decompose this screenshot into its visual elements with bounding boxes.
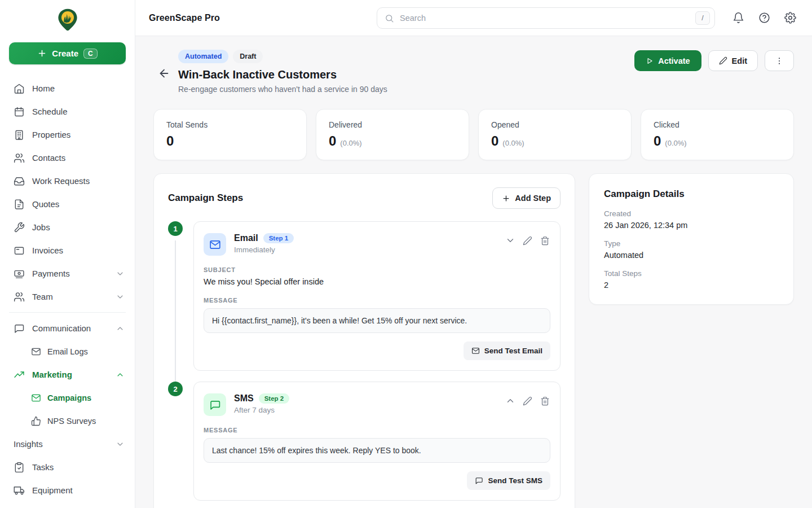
collapse-step-button[interactable] xyxy=(505,235,515,246)
create-label: Create xyxy=(52,49,78,58)
step-badge: Step 1 xyxy=(263,233,294,243)
chevron-up-icon xyxy=(116,324,125,333)
send-test-sms-button[interactable]: Send Test SMS xyxy=(467,471,550,490)
status-badge: Draft xyxy=(233,50,263,63)
edit-button[interactable]: Edit xyxy=(708,50,758,71)
sidebar-item-marketing[interactable]: Marketing xyxy=(0,363,135,386)
truck-icon xyxy=(14,485,25,496)
trash-icon xyxy=(540,396,550,406)
campaign-steps-panel: Campaign Steps Add Step 1 xyxy=(153,173,575,508)
topbar-icons xyxy=(732,12,796,24)
sidebar: Create C Home Schedule Properties Contac… xyxy=(0,0,135,508)
chevron-down-icon xyxy=(505,235,515,246)
activate-label: Activate xyxy=(658,56,690,65)
banknote-icon xyxy=(14,268,25,279)
edit-step-button[interactable] xyxy=(523,235,533,246)
sidebar-item-home[interactable]: Home xyxy=(0,77,135,100)
help-button[interactable] xyxy=(758,12,770,24)
step-title-block: SMS Step 2 After 7 days xyxy=(234,393,289,414)
subject-value: We miss you! Special offer inside xyxy=(204,277,550,286)
sidebar-item-quotes[interactable]: Quotes xyxy=(0,192,135,216)
back-button[interactable] xyxy=(158,67,170,80)
step-number-badge: 1 xyxy=(168,221,183,236)
step-card-header: SMS Step 2 After 7 days xyxy=(204,393,550,416)
detail-label: Created xyxy=(604,209,779,218)
detail-created: Created 26 Jan 2026, 12:34 pm xyxy=(604,209,779,230)
building-icon xyxy=(14,129,25,141)
add-step-button[interactable]: Add Step xyxy=(492,187,561,209)
detail-label: Type xyxy=(604,239,779,248)
step-type-label: Email xyxy=(234,233,258,243)
card-icon xyxy=(14,245,25,256)
inbox-icon xyxy=(14,176,25,187)
sidebar-item-work-requests[interactable]: Work Requests xyxy=(0,169,135,192)
sidebar-item-label: Work Requests xyxy=(32,176,90,186)
detail-value: Automated xyxy=(604,251,779,260)
sidebar-item-jobs[interactable]: Jobs xyxy=(0,216,135,239)
sidebar-item-communication[interactable]: Communication xyxy=(0,317,135,340)
home-icon xyxy=(14,83,25,94)
sms-icon xyxy=(204,393,226,416)
delete-step-button[interactable] xyxy=(540,235,550,246)
search-box[interactable]: / xyxy=(377,7,715,29)
pencil-icon xyxy=(719,56,727,65)
step-card: SMS Step 2 After 7 days MESS xyxy=(193,382,561,501)
sidebar-item-label: Jobs xyxy=(32,222,50,232)
more-options-button[interactable] xyxy=(765,50,794,71)
plus-icon xyxy=(37,49,47,58)
sidebar-item-invoices[interactable]: Invoices xyxy=(0,239,135,262)
sidebar-item-campaigns[interactable]: Campaigns xyxy=(0,386,135,409)
step-timing: Immediately xyxy=(234,246,294,254)
email-message-box[interactable]: Hi {{contact.first_name}}, it's been a w… xyxy=(204,308,550,333)
sidebar-item-label: Tasks xyxy=(32,462,54,472)
search-shortcut-badge: / xyxy=(695,11,710,25)
step-type-label: SMS xyxy=(234,393,254,404)
search-icon xyxy=(385,14,394,23)
steps-panel-title: Campaign Steps xyxy=(168,192,243,204)
stat-label: Delivered xyxy=(329,120,456,129)
chevron-down-icon xyxy=(116,440,125,449)
message-label: MESSAGE xyxy=(204,427,550,433)
sidebar-item-equipment[interactable]: Equipment xyxy=(0,479,135,502)
sidebar-item-nps-surveys[interactable]: NPS Surveys xyxy=(0,409,135,432)
step-actions xyxy=(505,235,550,246)
edit-step-button[interactable] xyxy=(523,396,533,406)
sidebar-item-insights[interactable]: Insights xyxy=(0,432,135,456)
create-button[interactable]: Create C xyxy=(9,42,126,64)
delete-step-button[interactable] xyxy=(540,396,550,406)
step-card: Email Step 1 Immediately SUB xyxy=(193,221,561,371)
sidebar-item-label: Insights xyxy=(14,439,43,449)
stats-row: Total Sends 0 Delivered 0(0.0%) Opened 0… xyxy=(153,109,794,160)
sidebar-item-contacts[interactable]: Contacts xyxy=(0,146,135,169)
sidebar-item-label: Home xyxy=(32,84,55,93)
settings-button[interactable] xyxy=(784,12,796,24)
sidebar-item-pricing[interactable]: Pricing xyxy=(0,502,135,508)
mail-icon xyxy=(471,347,480,355)
main-area: GreenScape Pro / Automated Draft Win-Bac… xyxy=(135,0,812,508)
main-columns: Campaign Steps Add Step 1 xyxy=(153,173,794,508)
sidebar-item-label: Communication xyxy=(32,323,91,333)
search-input[interactable] xyxy=(400,14,690,23)
collapse-step-button[interactable] xyxy=(505,396,515,406)
campaign-step-email: 1 Email Step 1 Immediately xyxy=(168,221,561,371)
notifications-button[interactable] xyxy=(732,12,744,24)
bell-icon xyxy=(732,12,744,24)
badge-row: Automated Draft xyxy=(178,50,387,63)
sidebar-item-properties[interactable]: Properties xyxy=(0,123,135,146)
sidebar-item-tasks[interactable]: Tasks xyxy=(0,456,135,479)
activate-button[interactable]: Activate xyxy=(634,50,701,71)
sidebar-item-team[interactable]: Team xyxy=(0,285,135,308)
sidebar-item-schedule[interactable]: Schedule xyxy=(0,100,135,123)
step-timing: After 7 days xyxy=(234,406,289,414)
chat-icon xyxy=(475,476,483,485)
stat-value: 0 xyxy=(329,133,336,149)
page-title-block: Automated Draft Win-Back Inactive Custom… xyxy=(178,50,387,94)
sms-message-box[interactable]: Last chance! 15% off expires this week. … xyxy=(204,438,550,463)
sidebar-item-label: Quotes xyxy=(32,199,59,209)
page-header: Automated Draft Win-Back Inactive Custom… xyxy=(153,50,794,94)
send-test-email-label: Send Test Email xyxy=(484,347,542,355)
sidebar-item-email-logs[interactable]: Email Logs xyxy=(0,340,135,363)
sidebar-item-payments[interactable]: Payments xyxy=(0,262,135,285)
details-panel-title: Campaign Details xyxy=(604,189,779,200)
send-test-email-button[interactable]: Send Test Email xyxy=(464,341,550,360)
